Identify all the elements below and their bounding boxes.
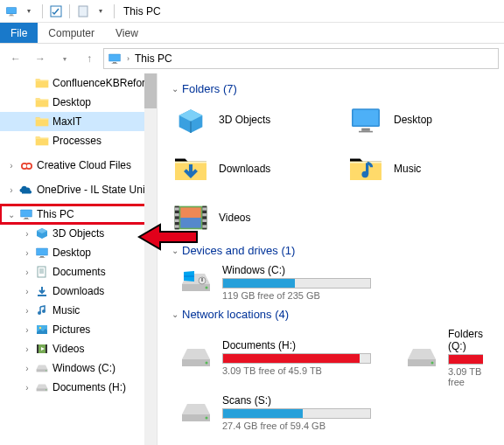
svg-point-10: [23, 164, 27, 169]
drive-usage-bar: [222, 278, 371, 289]
3dobjects-icon: [172, 102, 210, 137]
tree-item-desktop[interactable]: Desktop: [0, 93, 157, 112]
tree-item-3dobjects[interactable]: ›3D Objects: [0, 224, 157, 243]
svg-rect-29: [202, 207, 206, 210]
section-drives[interactable]: ⌄Devices and drives (1): [172, 244, 495, 257]
svg-rect-20: [46, 344, 47, 353]
folder-downloads[interactable]: Downloads: [172, 151, 294, 186]
tree-item-processes[interactable]: Processes: [0, 131, 157, 150]
folder-music[interactable]: Music: [346, 151, 469, 186]
svg-rect-12: [38, 267, 46, 277]
net-drive-icon: [178, 343, 214, 373]
svg-rect-32: [202, 225, 206, 227]
up-button[interactable]: ↑: [79, 48, 100, 69]
qat-blank-icon[interactable]: [75, 3, 91, 19]
titlebar: ▾ ▾ This PC: [0, 0, 504, 23]
content-pane: ⌄Folders (7) 3D Objects Desktop Download…: [158, 73, 504, 445]
netloc-name: Scans (S:): [222, 394, 371, 407]
svg-rect-30: [202, 213, 206, 216]
address-bar[interactable]: › This PC: [103, 48, 499, 69]
netloc-usage-bar: [448, 354, 483, 365]
windows-drive-icon: [178, 267, 214, 299]
videos-icon: [172, 200, 210, 235]
back-button[interactable]: ←: [5, 48, 26, 69]
tree-item-onedrive[interactable]: ›OneDrive - IL State Univ: [0, 180, 157, 199]
svg-rect-34: [180, 218, 200, 228]
qat-more-icon[interactable]: ▾: [93, 3, 108, 19]
svg-rect-31: [202, 219, 206, 222]
svg-rect-7: [79, 6, 88, 17]
tree-item-documents[interactable]: ›Documents: [0, 262, 157, 282]
breadcrumb-thispc[interactable]: This PC: [135, 52, 172, 65]
svg-rect-33: [180, 207, 200, 218]
tree-item-maxit[interactable]: MaxIT: [0, 112, 157, 131]
svg-rect-27: [175, 219, 179, 222]
drive-free-text: 119 GB free of 235 GB: [222, 290, 371, 301]
svg-point-11: [27, 164, 32, 169]
forward-button[interactable]: →: [30, 48, 51, 69]
netloc-usage-bar: [222, 353, 371, 364]
chevron-down-icon: ⌄: [172, 309, 178, 319]
tree-item-creativecloud[interactable]: ›Creative Cloud Files: [0, 156, 157, 175]
svg-point-14: [38, 311, 41, 315]
chevron-down-icon: ⌄: [172, 84, 178, 94]
desktop-icon: [346, 102, 385, 137]
navbar: ← → ▾ ↑ › This PC: [0, 44, 504, 73]
address-chevron-icon[interactable]: ›: [127, 54, 130, 63]
drive-windows-c[interactable]: Windows (C:) 119 GB free of 235 GB: [178, 264, 495, 301]
netloc-free-text: 27.4 GB free of 59.4 GB: [222, 421, 371, 431]
downloads-icon: [172, 151, 210, 186]
tree-item-thispc[interactable]: ⌄This PC: [0, 205, 157, 224]
qat-pc-icon[interactable]: [4, 3, 19, 19]
window-title: This PC: [123, 5, 161, 17]
tree-item-windowsc[interactable]: ›Windows (C:): [0, 358, 157, 378]
svg-rect-25: [175, 207, 179, 210]
netloc-folders-q[interactable]: Folders (Q:) 3.09 TB free: [404, 328, 483, 387]
svg-point-15: [42, 309, 46, 313]
folder-3dobjects[interactable]: 3D Objects: [172, 102, 294, 137]
tab-view[interactable]: View: [105, 23, 149, 43]
folder-desktop[interactable]: Desktop: [346, 102, 469, 137]
recent-dropdown-icon[interactable]: ▾: [54, 48, 75, 69]
ribbon: File Computer View: [0, 23, 504, 44]
svg-point-21: [361, 171, 368, 178]
svg-point-17: [39, 327, 41, 329]
netloc-name: Documents (H:): [222, 339, 371, 351]
qat-dropdown-icon[interactable]: ▾: [21, 3, 37, 19]
tree-scrollbar[interactable]: [144, 73, 157, 445]
section-folders[interactable]: ⌄Folders (7): [172, 82, 495, 95]
tree-item-confluence[interactable]: ConfluenceKBReform: [0, 73, 157, 93]
svg-rect-19: [37, 344, 38, 353]
drive-name: Windows (C:): [222, 264, 371, 276]
svg-rect-37: [201, 278, 203, 282]
tree-item-desktop2[interactable]: ›Desktop: [0, 243, 157, 262]
tab-file[interactable]: File: [0, 23, 38, 43]
netloc-scans-s[interactable]: Scans (S:) 27.4 GB free of 59.4 GB: [178, 394, 495, 431]
tree-item-music[interactable]: ›Music: [0, 301, 157, 320]
netloc-free-text: 3.09 TB free: [448, 366, 483, 387]
tree-item-videos[interactable]: ›Videos: [0, 339, 157, 358]
tree-item-downloads[interactable]: ›Downloads: [0, 282, 157, 301]
chevron-down-icon: ⌄: [172, 246, 178, 255]
folder-videos[interactable]: Videos: [172, 200, 294, 235]
svg-rect-28: [175, 225, 179, 227]
net-drive-icon: [404, 343, 439, 373]
tab-computer[interactable]: Computer: [38, 23, 105, 43]
netloc-free-text: 3.09 TB free of 45.9 TB: [222, 365, 371, 376]
nav-tree: ConfluenceKBReform Desktop MaxIT Process…: [0, 73, 158, 445]
section-network[interactable]: ⌄Network locations (4): [172, 308, 495, 321]
netloc-documents-h[interactable]: Documents (H:) 3.09 TB free of 45.9 TB: [178, 328, 371, 387]
svg-rect-26: [175, 213, 179, 216]
tree-item-pictures[interactable]: ›Pictures: [0, 320, 157, 339]
qat-properties-icon[interactable]: [48, 3, 64, 19]
net-drive-icon: [178, 398, 214, 428]
music-icon: [346, 151, 385, 186]
netloc-name: Folders (Q:): [448, 328, 483, 352]
netloc-usage-bar: [222, 408, 371, 419]
tree-item-documentsh[interactable]: ›Documents (H:): [0, 378, 157, 397]
svg-rect-13: [38, 295, 46, 296]
pc-icon: [108, 52, 122, 65]
